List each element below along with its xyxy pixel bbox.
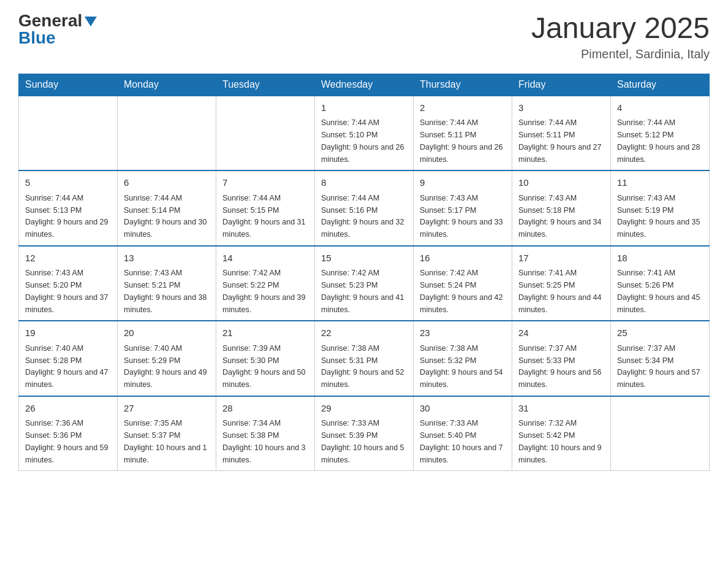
day-info: Sunrise: 7:37 AMSunset: 5:34 PMDaylight:… xyxy=(617,344,700,389)
calendar-cell: 29Sunrise: 7:33 AMSunset: 5:39 PMDayligh… xyxy=(315,396,414,471)
day-number: 18 xyxy=(617,251,703,266)
day-number: 2 xyxy=(420,101,506,115)
calendar-week-1: 1Sunrise: 7:44 AMSunset: 5:10 PMDaylight… xyxy=(19,96,710,171)
calendar-cell: 3Sunrise: 7:44 AMSunset: 5:11 PMDaylight… xyxy=(512,96,611,171)
calendar-cell: 10Sunrise: 7:43 AMSunset: 5:18 PMDayligh… xyxy=(512,170,611,246)
calendar-cell: 12Sunrise: 7:43 AMSunset: 5:20 PMDayligh… xyxy=(19,246,118,321)
location: Pimentel, Sardinia, Italy xyxy=(531,47,710,61)
day-info: Sunrise: 7:44 AMSunset: 5:16 PMDaylight:… xyxy=(321,194,404,239)
day-number: 16 xyxy=(420,251,506,266)
day-number: 31 xyxy=(518,402,604,416)
calendar-header-monday: Monday xyxy=(118,74,216,96)
day-info: Sunrise: 7:33 AMSunset: 5:40 PMDaylight:… xyxy=(420,419,503,464)
calendar-header-thursday: Thursday xyxy=(414,74,512,96)
day-number: 4 xyxy=(617,101,703,115)
day-info: Sunrise: 7:43 AMSunset: 5:20 PMDaylight:… xyxy=(25,269,108,313)
day-number: 17 xyxy=(518,251,604,266)
calendar-cell: 9Sunrise: 7:43 AMSunset: 5:17 PMDaylight… xyxy=(414,170,512,246)
day-info: Sunrise: 7:40 AMSunset: 5:28 PMDaylight:… xyxy=(25,344,108,389)
calendar-table: SundayMondayTuesdayWednesdayThursdayFrid… xyxy=(18,74,710,472)
calendar-week-3: 12Sunrise: 7:43 AMSunset: 5:20 PMDayligh… xyxy=(19,246,710,321)
calendar-header-wednesday: Wednesday xyxy=(315,74,414,96)
day-info: Sunrise: 7:44 AMSunset: 5:11 PMDaylight:… xyxy=(420,118,503,163)
day-info: Sunrise: 7:44 AMSunset: 5:15 PMDaylight:… xyxy=(222,194,306,239)
calendar-cell: 21Sunrise: 7:39 AMSunset: 5:30 PMDayligh… xyxy=(216,321,315,396)
day-info: Sunrise: 7:34 AMSunset: 5:38 PMDaylight:… xyxy=(222,419,306,464)
calendar-cell xyxy=(118,96,216,171)
calendar-cell: 19Sunrise: 7:40 AMSunset: 5:28 PMDayligh… xyxy=(19,321,118,396)
day-info: Sunrise: 7:43 AMSunset: 5:17 PMDaylight:… xyxy=(420,194,503,239)
day-info: Sunrise: 7:44 AMSunset: 5:13 PMDaylight:… xyxy=(25,194,108,239)
calendar-cell: 23Sunrise: 7:38 AMSunset: 5:32 PMDayligh… xyxy=(414,321,512,396)
day-number: 11 xyxy=(617,176,703,190)
day-number: 5 xyxy=(25,176,111,190)
calendar-cell: 1Sunrise: 7:44 AMSunset: 5:10 PMDaylight… xyxy=(315,96,414,171)
day-number: 23 xyxy=(420,326,506,340)
day-number: 7 xyxy=(222,176,308,190)
calendar-header-tuesday: Tuesday xyxy=(216,74,315,96)
calendar-cell: 18Sunrise: 7:41 AMSunset: 5:26 PMDayligh… xyxy=(611,246,710,321)
logo-triangle-icon xyxy=(85,17,97,26)
day-number: 29 xyxy=(321,402,407,416)
day-number: 8 xyxy=(321,176,407,190)
calendar-cell: 27Sunrise: 7:35 AMSunset: 5:37 PMDayligh… xyxy=(118,396,216,471)
day-info: Sunrise: 7:33 AMSunset: 5:39 PMDaylight:… xyxy=(321,419,404,464)
calendar-cell: 5Sunrise: 7:44 AMSunset: 5:13 PMDaylight… xyxy=(19,170,118,246)
calendar-cell: 14Sunrise: 7:42 AMSunset: 5:22 PMDayligh… xyxy=(216,246,315,321)
logo-blue: Blue xyxy=(18,29,56,47)
day-info: Sunrise: 7:44 AMSunset: 5:10 PMDaylight:… xyxy=(321,118,404,163)
calendar-cell: 30Sunrise: 7:33 AMSunset: 5:40 PMDayligh… xyxy=(414,396,512,471)
calendar-cell: 17Sunrise: 7:41 AMSunset: 5:25 PMDayligh… xyxy=(512,246,611,321)
calendar-cell: 25Sunrise: 7:37 AMSunset: 5:34 PMDayligh… xyxy=(611,321,710,396)
day-info: Sunrise: 7:43 AMSunset: 5:21 PMDaylight:… xyxy=(124,269,207,313)
day-info: Sunrise: 7:36 AMSunset: 5:36 PMDaylight:… xyxy=(25,419,108,464)
calendar-cell: 11Sunrise: 7:43 AMSunset: 5:19 PMDayligh… xyxy=(611,170,710,246)
day-info: Sunrise: 7:32 AMSunset: 5:42 PMDaylight:… xyxy=(518,419,602,464)
calendar-cell: 13Sunrise: 7:43 AMSunset: 5:21 PMDayligh… xyxy=(118,246,216,321)
logo-text: General xyxy=(18,12,97,29)
day-number: 9 xyxy=(420,176,506,190)
calendar-cell: 24Sunrise: 7:37 AMSunset: 5:33 PMDayligh… xyxy=(512,321,611,396)
calendar-cell: 6Sunrise: 7:44 AMSunset: 5:14 PMDaylight… xyxy=(118,170,216,246)
calendar-cell xyxy=(216,96,315,171)
calendar-cell: 15Sunrise: 7:42 AMSunset: 5:23 PMDayligh… xyxy=(315,246,414,321)
calendar-cell: 7Sunrise: 7:44 AMSunset: 5:15 PMDaylight… xyxy=(216,170,315,246)
calendar-cell xyxy=(611,396,710,471)
month-title: January 2025 xyxy=(531,12,710,45)
day-info: Sunrise: 7:43 AMSunset: 5:18 PMDaylight:… xyxy=(518,194,602,239)
day-info: Sunrise: 7:42 AMSunset: 5:23 PMDaylight:… xyxy=(321,269,404,313)
calendar-cell: 2Sunrise: 7:44 AMSunset: 5:11 PMDaylight… xyxy=(414,96,512,171)
day-info: Sunrise: 7:38 AMSunset: 5:32 PMDaylight:… xyxy=(420,344,503,389)
calendar-week-5: 26Sunrise: 7:36 AMSunset: 5:36 PMDayligh… xyxy=(19,396,710,471)
day-info: Sunrise: 7:41 AMSunset: 5:26 PMDaylight:… xyxy=(617,269,700,313)
calendar-header-row: SundayMondayTuesdayWednesdayThursdayFrid… xyxy=(19,74,710,96)
day-number: 26 xyxy=(25,402,111,416)
calendar-cell: 4Sunrise: 7:44 AMSunset: 5:12 PMDaylight… xyxy=(611,96,710,171)
day-info: Sunrise: 7:35 AMSunset: 5:37 PMDaylight:… xyxy=(124,419,207,464)
calendar-header-saturday: Saturday xyxy=(611,74,710,96)
calendar-cell: 31Sunrise: 7:32 AMSunset: 5:42 PMDayligh… xyxy=(512,396,611,471)
calendar-cell: 26Sunrise: 7:36 AMSunset: 5:36 PMDayligh… xyxy=(19,396,118,471)
day-info: Sunrise: 7:41 AMSunset: 5:25 PMDaylight:… xyxy=(518,269,602,313)
day-number: 10 xyxy=(518,176,604,190)
calendar-header-sunday: Sunday xyxy=(19,74,118,96)
calendar-cell: 8Sunrise: 7:44 AMSunset: 5:16 PMDaylight… xyxy=(315,170,414,246)
day-number: 3 xyxy=(518,101,604,115)
day-number: 13 xyxy=(124,251,210,266)
day-number: 21 xyxy=(222,326,308,340)
day-info: Sunrise: 7:38 AMSunset: 5:31 PMDaylight:… xyxy=(321,344,404,389)
day-number: 22 xyxy=(321,326,407,340)
day-number: 25 xyxy=(617,326,703,340)
day-number: 1 xyxy=(321,101,407,115)
calendar-cell: 28Sunrise: 7:34 AMSunset: 5:38 PMDayligh… xyxy=(216,396,315,471)
page-header: General Blue January 2025 Pimentel, Sard… xyxy=(18,12,710,61)
calendar-cell: 22Sunrise: 7:38 AMSunset: 5:31 PMDayligh… xyxy=(315,321,414,396)
day-number: 15 xyxy=(321,251,407,266)
day-number: 28 xyxy=(222,402,308,416)
calendar-cell: 20Sunrise: 7:40 AMSunset: 5:29 PMDayligh… xyxy=(118,321,216,396)
day-number: 30 xyxy=(420,402,506,416)
logo-general: General xyxy=(18,11,82,30)
calendar-header-friday: Friday xyxy=(512,74,611,96)
day-info: Sunrise: 7:37 AMSunset: 5:33 PMDaylight:… xyxy=(518,344,602,389)
title-section: January 2025 Pimentel, Sardinia, Italy xyxy=(531,12,710,61)
